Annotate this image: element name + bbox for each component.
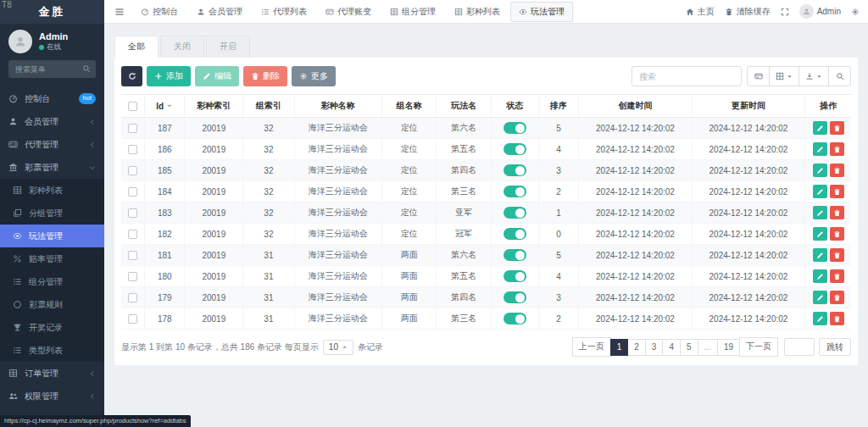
row-delete-button[interactable] xyxy=(830,142,844,156)
status-toggle[interactable] xyxy=(504,228,526,240)
pagination-page-3[interactable]: 3 xyxy=(645,339,664,356)
sidebar-item-agent-management[interactable]: 代理管理 xyxy=(0,133,104,156)
row-checkbox[interactable] xyxy=(128,124,137,133)
jump-button[interactable]: 跳转 xyxy=(819,338,851,356)
tab-lottery-type-list[interactable]: 彩种列表 xyxy=(446,2,509,22)
sidebar-item-permission-management[interactable]: 权限管理 xyxy=(0,385,104,408)
pagination-page-1[interactable]: 1 xyxy=(610,339,629,356)
jump-page-input[interactable] xyxy=(784,338,815,356)
col-play-name[interactable]: 玩法名 xyxy=(437,95,492,118)
col-id[interactable]: Id xyxy=(145,95,185,118)
status-toggle[interactable] xyxy=(504,164,526,176)
filter-tab-open[interactable]: 开启 xyxy=(206,36,250,58)
row-checkbox[interactable] xyxy=(128,145,137,154)
user-panel[interactable]: Admin 在线 xyxy=(0,24,104,58)
status-toggle[interactable] xyxy=(504,313,526,324)
col-sort[interactable]: 排序 xyxy=(538,95,578,118)
sidebar-item-order-management[interactable]: 订单管理 xyxy=(0,362,104,385)
row-edit-button[interactable] xyxy=(813,248,827,262)
row-edit-button[interactable] xyxy=(813,164,827,177)
sidebar-item-type-list[interactable]: 类型列表 xyxy=(0,339,104,362)
row-checkbox[interactable] xyxy=(128,187,137,197)
col-group-index[interactable]: 组索引 xyxy=(243,95,294,118)
row-checkbox[interactable] xyxy=(128,293,137,302)
pagination-next[interactable]: 下一页 xyxy=(739,337,778,357)
row-checkbox[interactable] xyxy=(128,251,137,260)
sidebar-item-group-management[interactable]: 分组管理 xyxy=(0,202,104,225)
row-edit-button[interactable] xyxy=(813,206,827,219)
add-button[interactable]: 添加 xyxy=(147,66,191,86)
row-delete-button[interactable] xyxy=(830,312,844,325)
clear-cache-link[interactable]: 清除缓存 xyxy=(725,6,771,18)
sidebar-item-draw-records[interactable]: 开奖记录 xyxy=(0,316,104,339)
pagination-prev[interactable]: 上一页 xyxy=(572,337,611,357)
row-delete-button[interactable] xyxy=(830,206,844,219)
col-group-name[interactable]: 组名称 xyxy=(381,95,437,118)
col-status[interactable]: 状态 xyxy=(491,95,538,118)
more-button[interactable]: 更多 xyxy=(292,66,336,86)
row-delete-button[interactable] xyxy=(830,164,844,177)
row-edit-button[interactable] xyxy=(813,312,827,325)
tab-agent-list[interactable]: 代理列表 xyxy=(253,2,315,22)
sidebar-item-odds-management[interactable]: 赔率管理 xyxy=(0,247,104,270)
pagination-page-5[interactable]: 5 xyxy=(680,339,698,356)
hamburger-icon[interactable] xyxy=(108,7,131,17)
status-toggle[interactable] xyxy=(504,143,526,155)
row-checkbox[interactable] xyxy=(128,166,137,175)
tab-play-management[interactable]: 玩法管理 xyxy=(510,2,573,22)
sidebar-item-play-management[interactable]: 玩法管理 xyxy=(0,225,104,247)
row-checkbox[interactable] xyxy=(128,314,137,324)
status-toggle[interactable] xyxy=(504,122,526,134)
col-created-at[interactable]: 创建时间 xyxy=(579,95,692,118)
sidebar-item-console[interactable]: 控制台hot xyxy=(0,87,104,110)
col-lottery-index[interactable]: 彩种索引 xyxy=(185,95,243,118)
row-checkbox[interactable] xyxy=(128,272,137,281)
status-toggle[interactable] xyxy=(504,186,526,197)
sidebar-item-lottery-management[interactable]: 彩票管理 xyxy=(0,156,104,179)
row-delete-button[interactable] xyxy=(830,185,844,198)
sidebar-item-groupscore-management[interactable]: 组分管理 xyxy=(0,270,104,293)
row-edit-button[interactable] xyxy=(813,227,827,241)
sidebar-item-lottery-type-list[interactable]: 彩种列表 xyxy=(0,179,104,202)
search-button[interactable] xyxy=(828,66,851,86)
fullscreen-button[interactable] xyxy=(781,8,789,16)
filter-tab-closed[interactable]: 关闭 xyxy=(160,36,204,58)
row-edit-button[interactable] xyxy=(813,121,827,135)
status-toggle[interactable] xyxy=(504,207,526,219)
tab-groupscore-management[interactable]: 组分管理 xyxy=(381,2,444,22)
row-edit-button[interactable] xyxy=(813,185,827,198)
export-button[interactable] xyxy=(798,66,829,86)
status-toggle[interactable] xyxy=(504,291,526,303)
pagination-page-4[interactable]: 4 xyxy=(662,339,681,356)
filter-tab-all[interactable]: 全部 xyxy=(114,36,159,58)
sidebar-item-member-management[interactable]: 会员管理 xyxy=(0,110,104,133)
edit-button[interactable]: 编辑 xyxy=(195,66,239,86)
user-menu[interactable]: Admin xyxy=(799,4,841,19)
row-checkbox[interactable] xyxy=(128,208,137,218)
sidebar-item-lottery-rules[interactable]: 彩票规则 xyxy=(0,293,104,316)
tab-member-management[interactable]: 会员管理 xyxy=(188,2,251,22)
row-edit-button[interactable] xyxy=(813,269,827,283)
status-toggle[interactable] xyxy=(504,270,526,282)
col-updated-at[interactable]: 更新时间 xyxy=(692,95,804,118)
status-toggle[interactable] xyxy=(504,249,526,261)
app-logo[interactable]: 金胜 xyxy=(0,0,104,24)
table-search-input[interactable] xyxy=(632,66,742,86)
col-actions[interactable]: 操作 xyxy=(805,95,851,118)
home-link[interactable]: 主页 xyxy=(686,6,715,18)
tab-agent-transactions[interactable]: 代理账变 xyxy=(317,2,380,22)
pagination-page-2[interactable]: 2 xyxy=(627,339,646,356)
columns-button[interactable] xyxy=(769,66,799,86)
row-edit-button[interactable] xyxy=(813,142,827,156)
page-size-select[interactable]: 10 xyxy=(323,340,353,355)
select-all-checkbox[interactable] xyxy=(128,102,137,111)
row-delete-button[interactable] xyxy=(830,248,844,262)
delete-button[interactable]: 删除 xyxy=(243,66,287,86)
row-checkbox[interactable] xyxy=(128,230,137,239)
row-delete-button[interactable] xyxy=(830,269,844,283)
row-delete-button[interactable] xyxy=(830,291,844,304)
col-lottery-name[interactable]: 彩种名称 xyxy=(294,95,381,118)
tab-console[interactable]: 控制台 xyxy=(132,2,186,22)
row-delete-button[interactable] xyxy=(830,227,844,241)
row-delete-button[interactable] xyxy=(830,121,844,135)
